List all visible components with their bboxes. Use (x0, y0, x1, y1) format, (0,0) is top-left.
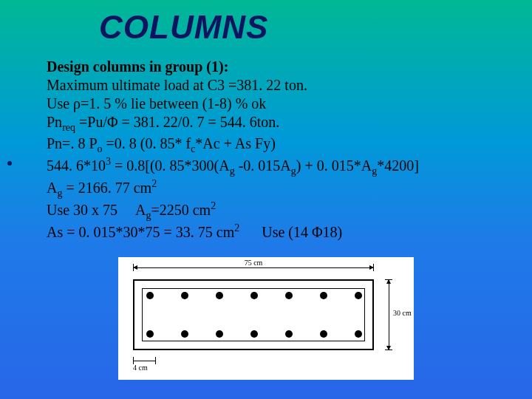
dimension-cover-label: 4 cm (133, 364, 148, 372)
line-5: Pn=. 8 Po =0. 8 (0. 85* fc*Ac + As Fy) (47, 134, 497, 156)
body-text: Design columns in group (1): Maximum ult… (47, 58, 497, 242)
line-2: Maximum ultimate load at C3 =381. 22 ton… (47, 76, 497, 95)
rebar-icon (181, 292, 188, 299)
cross-section-diagram: 75 cm 30 cm 4 cm (118, 257, 414, 380)
rebar-icon (216, 292, 223, 299)
dimension-height: 30 cm (383, 279, 412, 350)
rebar-icon (216, 330, 223, 338)
rebar-icon (355, 292, 362, 299)
line-4: Pnreq =Pu/Φ = 381. 22/0. 7 = 544. 6ton. (47, 113, 497, 134)
rebar-icon (320, 292, 327, 299)
rebar-icon (250, 330, 258, 338)
line-9: As = 0. 015*30*75 = 33. 75 cm2 Use (14 Φ… (47, 222, 497, 242)
bullet-marker (7, 161, 12, 166)
dimension-width-label: 75 cm (239, 259, 268, 267)
dimension-width: 75 cm (133, 262, 374, 276)
line-8: Use 30 x 75 Ag=2250 cm2 (47, 200, 497, 222)
line-1: Design columns in group (1): (47, 58, 497, 76)
rebar-icon (320, 330, 327, 338)
rebar-icon (285, 330, 293, 338)
line-6: 544. 6*103 = 0.8[(0. 85*300(Ag -0. 015Ag… (47, 155, 497, 177)
rebar-icon (146, 292, 154, 299)
line-7: Ag = 2166. 77 cm2 (47, 177, 497, 200)
dimension-cover: 4 cm (133, 355, 170, 369)
line-3: Use ρ=1. 5 % lie between (1-8) % ok (47, 95, 497, 113)
rebar-icon (355, 330, 362, 338)
dimension-height-label: 30 cm (393, 309, 412, 317)
rebar-icon (146, 330, 154, 338)
slide-title: COLUMNS (99, 9, 268, 46)
rebar-icon (181, 330, 188, 338)
rebar-icon (250, 292, 258, 299)
rebar-icon (285, 292, 293, 299)
